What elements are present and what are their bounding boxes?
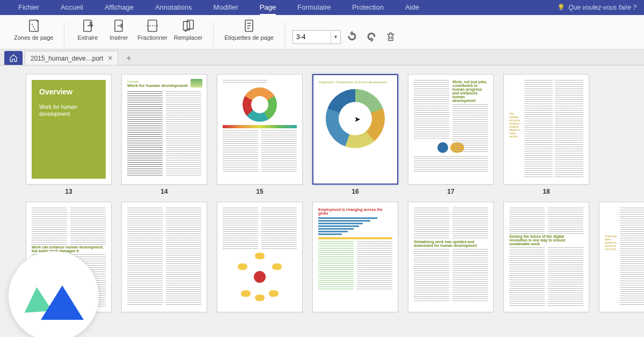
- menu-edit[interactable]: Modifier: [203, 0, 249, 15]
- delete-button[interactable]: [383, 28, 399, 45]
- split-button[interactable]: Fractionner: [134, 17, 171, 42]
- menu-page[interactable]: Page: [249, 0, 287, 15]
- rotate-cw-button[interactable]: [363, 28, 379, 45]
- lightbulb-icon: [557, 4, 565, 11]
- extract-button[interactable]: Extraire: [72, 17, 103, 42]
- menu-form[interactable]: Formulaire: [287, 0, 341, 15]
- page-ribbon: Zones de page Extraire Insérer Fractionn…: [0, 15, 644, 49]
- section-heading: Work can enhance human development, but …: [32, 245, 106, 253]
- menu-home[interactable]: Accueil: [50, 0, 94, 15]
- page-number: 14: [160, 188, 167, 195]
- page-thumbnail[interactable]: Employment is changing across the globe: [312, 202, 398, 312]
- page-labels-button[interactable]: Étiquettes de page: [221, 17, 277, 42]
- split-label: Fractionner: [137, 34, 167, 41]
- insert-button[interactable]: Insérer: [103, 17, 134, 42]
- replace-button[interactable]: Remplacer: [171, 17, 206, 42]
- tell-me-hint[interactable]: Que voulez-vous faire ?: [557, 4, 636, 11]
- page-thumbnail-selected[interactable]: ➤ Infographic: Dimensions of human devel…: [312, 74, 398, 195]
- sidebar-note: The creative economy employs creative pe…: [509, 112, 522, 138]
- page-thumbnail[interactable]: Seizing the future of the digital revolu…: [503, 202, 589, 312]
- section-heading: Employment is changing across the globe: [318, 208, 392, 215]
- split-icon: [145, 18, 160, 33]
- page-labels-label: Étiquettes de page: [224, 34, 274, 41]
- cover-subtitle: Work for human development: [39, 104, 98, 118]
- bar-chart-icon: [318, 217, 392, 235]
- insert-icon: [111, 18, 126, 33]
- home-tab[interactable]: [4, 51, 23, 65]
- page-number: 15: [256, 188, 263, 195]
- document-tab-label: 2015_human_deve…port: [31, 55, 103, 62]
- donut-chart-icon: [243, 87, 277, 122]
- page-thumbnail[interactable]: [121, 202, 207, 312]
- page-thumbnail[interactable]: Overview Work for human development 14: [121, 74, 207, 195]
- cover-title: Overview: [39, 87, 98, 96]
- add-tab-button[interactable]: ＋: [121, 51, 136, 65]
- watermark-logo: [9, 251, 99, 337]
- replace-icon: [181, 18, 196, 33]
- sidebar-note: There has been growth for some but not f…: [605, 235, 618, 251]
- document-tab[interactable]: 2015_human_deve…port ✕: [25, 51, 118, 65]
- thumbnail-row: Overview Work for human development 13 O…: [26, 74, 618, 195]
- close-tab-icon[interactable]: ✕: [107, 54, 113, 62]
- page-boxes-button[interactable]: Zones de page: [11, 17, 56, 42]
- section-heading: Globalizing work has upsides and downsid…: [414, 240, 488, 247]
- chevron-down-icon[interactable]: ▼: [331, 31, 340, 43]
- cursor-icon: ➤: [354, 115, 361, 123]
- section-heading: Work, not just jobs, contributes to huma…: [452, 80, 488, 102]
- page-thumbnail[interactable]: Work, not just jobs, contributes to huma…: [408, 74, 494, 195]
- page-number: 13: [65, 188, 72, 195]
- figure-caption: Infographic: Dimensions of human develop…: [319, 80, 392, 84]
- spider-diagram-icon: [236, 253, 284, 301]
- menu-file[interactable]: Fichier: [8, 0, 50, 15]
- logo-triangle-blue: [41, 285, 84, 320]
- rotate-ccw-button[interactable]: [344, 28, 360, 45]
- section-heading: Seizing the future of the digital revolu…: [509, 235, 583, 246]
- home-icon: [9, 54, 18, 62]
- menu-bar: Fichier Accueil Affichage Annotations Mo…: [0, 0, 644, 15]
- tell-me-label: Que voulez-vous faire ?: [568, 4, 636, 11]
- page-thumbnail[interactable]: Overview Work for human development 13: [26, 74, 112, 195]
- page-thumbnail[interactable]: The creative economy employs creative pe…: [503, 74, 589, 195]
- tab-strip: 2015_human_deve…port ✕ ＋: [0, 49, 644, 65]
- extract-label: Extraire: [77, 34, 98, 41]
- page-number: 18: [543, 188, 550, 195]
- page-range-select[interactable]: ▼: [292, 30, 341, 44]
- page-thumbnail[interactable]: Globalizing work has upsides and downsid…: [408, 202, 494, 312]
- page-thumbnail[interactable]: [217, 202, 303, 312]
- thumbnail-row: Work can enhance human development, but …: [26, 202, 618, 312]
- page-labels-icon: [241, 18, 257, 33]
- menu-annotations[interactable]: Annotations: [144, 0, 203, 15]
- menu-help[interactable]: Aide: [394, 0, 430, 15]
- replace-label: Remplacer: [174, 34, 202, 41]
- page-thumbnail[interactable]: There has been growth for some but not f…: [599, 202, 644, 312]
- page-range-input[interactable]: [293, 31, 331, 43]
- menu-view[interactable]: Affichage: [94, 0, 144, 15]
- svg-rect-0: [30, 20, 38, 32]
- extract-icon: [80, 18, 95, 33]
- page-number: 16: [352, 188, 358, 195]
- insert-label: Insérer: [109, 34, 128, 41]
- page-boxes-icon: [26, 18, 41, 33]
- page-boxes-label: Zones de page: [14, 34, 53, 41]
- page-thumbnail[interactable]: 15: [217, 74, 303, 195]
- menu-protect[interactable]: Protection: [341, 0, 394, 15]
- page-number: 17: [447, 188, 454, 195]
